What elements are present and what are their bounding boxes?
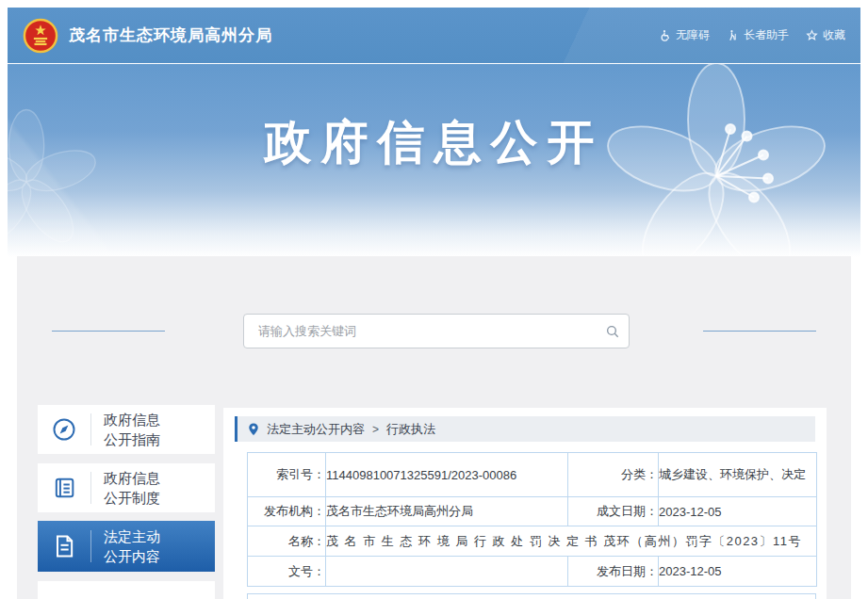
wheelchair-icon: [659, 29, 671, 41]
name-label: 名称：: [248, 526, 326, 557]
table-row-docno-pubdate: 文号： 发布日期： 2023-12-05: [248, 557, 817, 587]
search-box: [243, 314, 630, 348]
accessibility-link[interactable]: 无障碍: [659, 27, 710, 43]
doc-number-value: [326, 557, 568, 587]
breadcrumb-current: 行政执法: [386, 421, 435, 438]
sidebar-item-info-guide[interactable]: 政府信息 公开指南: [38, 405, 215, 454]
search-icon: [605, 324, 620, 339]
banner: 政府信息公开: [8, 63, 860, 257]
breadcrumb-parent-link[interactable]: 法定主动公开内容: [267, 421, 365, 438]
search-divider-right: [703, 331, 816, 332]
location-pin-icon: [248, 423, 259, 436]
star-icon: [806, 29, 818, 41]
search-button[interactable]: [597, 315, 629, 348]
breadcrumb: 法定主动公开内容 > 行政执法: [235, 416, 815, 442]
publish-date-value: 2023-12-05: [659, 557, 817, 587]
category-label: 分类：: [568, 453, 659, 497]
compass-icon: [38, 416, 90, 443]
index-number-label: 索引号：: [248, 453, 326, 497]
sidebar-item-label: 政府信息 公开指南: [91, 410, 160, 449]
label-line1: 政府信息: [104, 412, 160, 428]
quick-link-label: 长者助手: [744, 27, 789, 43]
sidebar-item-partial[interactable]: [38, 581, 215, 599]
label-line2: 公开内容: [104, 548, 160, 564]
book-icon: [38, 475, 90, 501]
sidebar-item-info-system[interactable]: 政府信息 公开制度: [38, 463, 215, 512]
page: 茂名市生态环境局高州分局 无障碍 长者助手: [0, 0, 868, 599]
document-icon: [38, 533, 90, 559]
detail-table: 索引号： 114409810071325591/2023-00086 分类： 城…: [247, 452, 817, 587]
elder-helper-link[interactable]: 长者助手: [727, 27, 789, 43]
favorite-link[interactable]: 收藏: [806, 27, 845, 43]
quick-link-label: 收藏: [823, 27, 845, 43]
search-input[interactable]: [256, 323, 597, 339]
breadcrumb-separator: >: [372, 423, 379, 436]
label-line1: 法定主动: [104, 528, 160, 544]
label-line2: 公开指南: [104, 431, 160, 447]
sidebar-item-label: 法定主动 公开内容: [91, 526, 160, 566]
written-date-value: 2023-12-05: [659, 497, 817, 526]
site-title: 茂名市生态环境局高州分局: [69, 24, 272, 46]
label-line1: 政府信息: [104, 470, 160, 486]
banner-title: 政府信息公开: [8, 111, 860, 174]
table-row-name: 名称： 茂 名 市 生 态 环 境 局 行 政 处 罚 决 定 书 茂环（高州）…: [248, 526, 817, 557]
name-value-cell: 茂 名 市 生 态 环 境 局 行 政 处 罚 决 定 书 茂环（高州）罚字〔2…: [326, 526, 817, 557]
index-number-value: 114409810071325591/2023-00086: [326, 453, 568, 497]
publisher-label: 发布机构：: [248, 497, 326, 526]
next-row-partial: [247, 593, 816, 599]
sidebar-item-statutory-disclosure[interactable]: 法定主动 公开内容: [38, 521, 215, 572]
sidebar-item-label: 政府信息 公开制度: [91, 468, 160, 508]
table-row-index-category: 索引号： 114409810071325591/2023-00086 分类： 城…: [248, 453, 817, 497]
table-row-org-date: 发布机构： 茂名市生态环境局高州分局 成文日期： 2023-12-05: [248, 497, 817, 526]
publish-date-label: 发布日期：: [568, 557, 659, 587]
label-line2: 公开制度: [104, 490, 160, 506]
quick-links: 无障碍 长者助手 收藏: [659, 27, 845, 43]
doc-number-label: 文号：: [248, 557, 326, 587]
search-divider-left: [52, 331, 165, 332]
top-bar: 茂名市生态环境局高州分局 无障碍 长者助手: [8, 8, 860, 63]
national-emblem-icon: [23, 18, 58, 54]
category-value: 城乡建设、环境保护、决定: [659, 453, 817, 497]
written-date-label: 成文日期：: [568, 497, 659, 526]
name-value: 茂 名 市 生 态 环 境 局 行 政 处 罚 决 定 书 茂环（高州）罚字〔2…: [326, 534, 802, 548]
quick-link-label: 无障碍: [676, 27, 710, 43]
main-card: 法定主动公开内容 > 行政执法 索引号： 114409810071325591/…: [223, 408, 827, 599]
publisher-value: 茂名市生态环境局高州分局: [326, 497, 568, 526]
elder-person-icon: [727, 29, 739, 41]
